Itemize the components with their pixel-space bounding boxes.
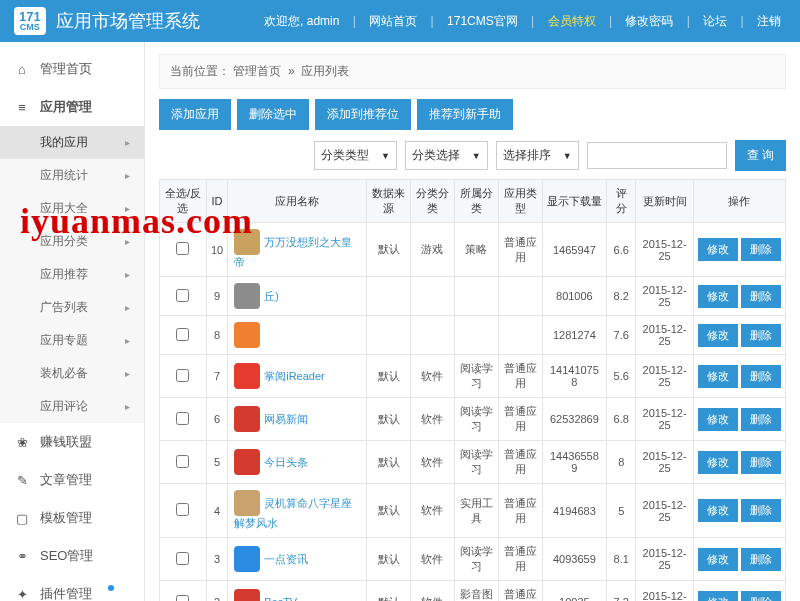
edit-button[interactable]: 修改 (698, 238, 738, 261)
cell-cat2: 策略 (454, 223, 498, 277)
sidebar-item[interactable]: ▢模板管理 (0, 499, 144, 537)
app-table: 全选/反选ID应用名称数据来源分类分类所属分类应用类型显示下载量评分更新时间操作… (159, 179, 786, 601)
submenu-item[interactable]: 装机必备▸ (0, 357, 144, 390)
search-button[interactable]: 查 询 (735, 140, 786, 171)
submenu-item[interactable]: 应用大全▸ (0, 192, 144, 225)
delete-button[interactable]: 删除 (741, 591, 781, 602)
row-checkbox[interactable] (176, 503, 189, 516)
app-icon (234, 589, 260, 601)
cell-rating: 5.6 (607, 355, 636, 398)
search-input[interactable] (587, 142, 727, 169)
submenu-label: 应用统计 (40, 167, 88, 184)
row-checkbox[interactable] (176, 455, 189, 468)
row-checkbox[interactable] (176, 412, 189, 425)
menu-label: 模板管理 (40, 509, 92, 527)
cell-cat1: 软件 (410, 355, 454, 398)
chevron-right-icon: ▸ (125, 269, 130, 280)
row-checkbox[interactable] (176, 289, 189, 302)
submenu-item[interactable]: 应用统计▸ (0, 159, 144, 192)
row-checkbox[interactable] (176, 552, 189, 565)
cell-type (498, 277, 542, 316)
cell-type (498, 316, 542, 355)
sort-select[interactable]: 选择排序▼ (496, 141, 579, 170)
category-type-select[interactable]: 分类类型▼ (314, 141, 397, 170)
link-forum[interactable]: 论坛 (698, 14, 732, 28)
table-row: 7掌阅iReader默认软件阅读学习普通应用14141075 85.62015-… (160, 355, 786, 398)
cell-source: 默认 (367, 581, 411, 602)
cell-cat1: 软件 (410, 398, 454, 441)
delete-button[interactable]: 删除 (741, 548, 781, 571)
table-header: 应用类型 (498, 180, 542, 223)
cell-ops: 修改 删除 (693, 581, 785, 602)
app-name-link[interactable]: 一点资讯 (264, 553, 308, 565)
edit-button[interactable]: 修改 (698, 324, 738, 347)
breadcrumb-item: 应用列表 (301, 64, 349, 78)
cell-source: 默认 (367, 398, 411, 441)
app-name-link[interactable]: BesTV (264, 596, 297, 601)
delete-selected-button[interactable]: 删除选中 (237, 99, 309, 130)
add-to-recommend-button[interactable]: 添加到推荐位 (315, 99, 411, 130)
recommend-newbie-button[interactable]: 推荐到新手助 (417, 99, 513, 130)
submenu-item[interactable]: 我的应用▸ (0, 126, 144, 159)
cell-id: 9 (206, 277, 227, 316)
delete-button[interactable]: 删除 (741, 285, 781, 308)
cell-downloads: 4093659 (542, 538, 607, 581)
submenu-item[interactable]: 应用推荐▸ (0, 258, 144, 291)
cell-cat1: 软件 (410, 484, 454, 538)
sidebar-item[interactable]: ⌂管理首页 (0, 50, 144, 88)
link-home[interactable]: 网站首页 (364, 14, 422, 28)
cell-name: 网易新闻 (228, 398, 367, 441)
submenu-label: 应用大全 (40, 200, 88, 217)
cell-date: 2015-12-25 (636, 538, 694, 581)
seo-icon: ⚭ (14, 548, 30, 564)
link-logout[interactable]: 注销 (752, 14, 786, 28)
edit-button[interactable]: 修改 (698, 548, 738, 571)
link-vip[interactable]: 会员特权 (543, 14, 601, 28)
cell-downloads: 1281274 (542, 316, 607, 355)
app-name-link[interactable]: 丘) (264, 290, 279, 302)
sidebar-item[interactable]: ❀赚钱联盟 (0, 423, 144, 461)
row-checkbox[interactable] (176, 328, 189, 341)
app-name-link[interactable]: 网易新闻 (264, 413, 308, 425)
submenu-item[interactable]: 应用专题▸ (0, 324, 144, 357)
edit-button[interactable]: 修改 (698, 451, 738, 474)
sidebar-item[interactable]: ≡应用管理 (0, 88, 144, 126)
cell-cat2 (454, 277, 498, 316)
edit-button[interactable]: 修改 (698, 408, 738, 431)
edit-button[interactable]: 修改 (698, 365, 738, 388)
sidebar-item[interactable]: ✦插件管理 (0, 575, 144, 601)
delete-button[interactable]: 删除 (741, 365, 781, 388)
delete-button[interactable]: 删除 (741, 324, 781, 347)
delete-button[interactable]: 删除 (741, 408, 781, 431)
cell-id: 8 (206, 316, 227, 355)
submenu-item[interactable]: 应用评论▸ (0, 390, 144, 423)
delete-button[interactable]: 删除 (741, 238, 781, 261)
chevron-right-icon: ▸ (125, 203, 130, 214)
sidebar-item[interactable]: ✎文章管理 (0, 461, 144, 499)
row-checkbox[interactable] (176, 369, 189, 382)
delete-button[interactable]: 删除 (741, 451, 781, 474)
app-icon (234, 490, 260, 516)
link-password[interactable]: 修改密码 (620, 14, 678, 28)
edit-button[interactable]: 修改 (698, 591, 738, 602)
sidebar-item[interactable]: ⚭SEO管理 (0, 537, 144, 575)
category-select[interactable]: 分类选择▼ (405, 141, 488, 170)
app-name-link[interactable]: 掌阅iReader (264, 370, 325, 382)
menu-label: 应用管理 (40, 98, 92, 116)
app-name-link[interactable]: 今日头条 (264, 456, 308, 468)
add-app-button[interactable]: 添加应用 (159, 99, 231, 130)
table-header[interactable]: 全选/反选 (160, 180, 207, 223)
edit-button[interactable]: 修改 (698, 285, 738, 308)
delete-button[interactable]: 删除 (741, 499, 781, 522)
submenu-label: 应用专题 (40, 332, 88, 349)
edit-button[interactable]: 修改 (698, 499, 738, 522)
submenu-item[interactable]: 广告列表▸ (0, 291, 144, 324)
breadcrumb-prefix: 当前位置： (170, 64, 230, 78)
submenu-item[interactable]: 应用分类▸ (0, 225, 144, 258)
row-checkbox[interactable] (176, 595, 189, 602)
caret-icon: ▼ (381, 151, 390, 161)
breadcrumb-item[interactable]: 管理首页 (233, 64, 281, 78)
row-checkbox[interactable] (176, 242, 189, 255)
link-official[interactable]: 171CMS官网 (442, 14, 523, 28)
table-row: 9丘)8010068.22015-12-25修改 删除 (160, 277, 786, 316)
